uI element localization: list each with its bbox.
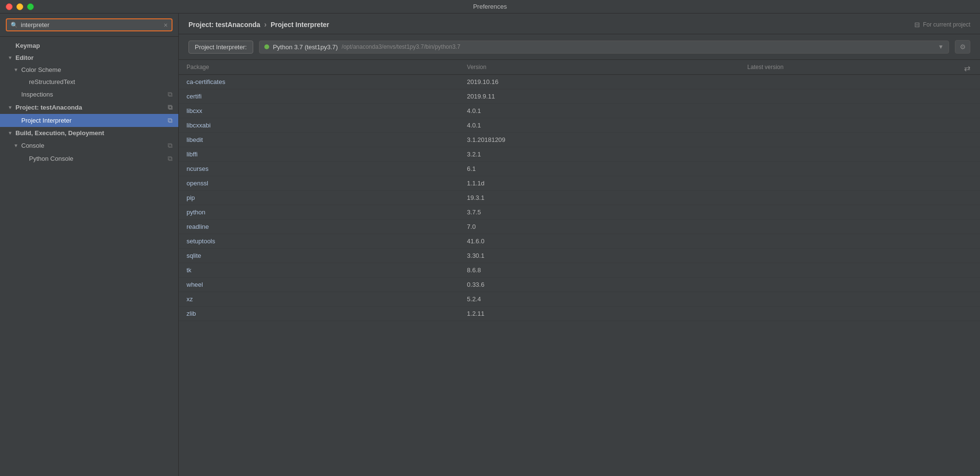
package-version-cell: 2019.9.11 xyxy=(459,89,739,104)
package-version-cell: 4.0.1 xyxy=(459,104,739,118)
tree-arrow: ▼ xyxy=(8,130,14,136)
breadcrumb-project: Project: testAnaconda xyxy=(188,21,260,28)
sidebar-item-keymap[interactable]: Keymap xyxy=(0,40,178,52)
sidebar-item-badge: ⧉ xyxy=(168,90,173,98)
interpreter-name: Python 3.7 (test1py3.7) xyxy=(273,43,338,51)
package-version-cell: 3.2.1 xyxy=(459,147,739,162)
packages-container: Package Version Latest version ⇄ ca-cert… xyxy=(179,60,980,476)
packages-data-table: ca-certificates2019.10.16certifi2019.9.1… xyxy=(179,75,980,321)
package-latest-cell xyxy=(740,104,980,118)
package-latest-cell xyxy=(740,118,980,133)
window-title: Preferences xyxy=(473,3,507,10)
package-name-cell: ncurses xyxy=(179,162,459,176)
project-file-icon: ⊟ xyxy=(914,21,920,28)
package-name-cell: python xyxy=(179,205,459,220)
package-latest-cell xyxy=(740,292,980,307)
package-latest-cell xyxy=(740,176,980,191)
interpreter-path: /opt/anaconda3/envs/test1py3.7/bin/pytho… xyxy=(342,43,461,50)
table-row: zlib1.2.11 xyxy=(179,307,980,321)
interpreter-settings-button[interactable]: ⚙ xyxy=(955,40,970,54)
package-version-cell: 1.2.11 xyxy=(459,307,739,321)
sidebar-item-badge: ⧉ xyxy=(168,154,173,163)
tree-arrow: ▼ xyxy=(14,67,19,72)
package-version-cell: 19.3.1 xyxy=(459,191,739,205)
package-version-cell: 5.2.4 xyxy=(459,292,739,307)
table-row: tk8.6.8 xyxy=(179,263,980,278)
package-name-cell: pip xyxy=(179,191,459,205)
table-scroll[interactable]: ca-certificates2019.10.16certifi2019.9.1… xyxy=(179,75,980,476)
title-bar: Preferences xyxy=(0,0,980,14)
search-input[interactable] xyxy=(21,21,161,28)
table-row: libedit3.1.20181209 xyxy=(179,133,980,147)
for-current-project-label: For current project xyxy=(923,21,970,28)
package-name-cell: xz xyxy=(179,292,459,307)
package-latest-cell xyxy=(740,249,980,263)
sidebar-item-label: Python Console xyxy=(29,155,166,162)
package-latest-cell xyxy=(740,89,980,104)
search-icon: 🔍 xyxy=(11,22,18,28)
sidebar-item-restructuredtext[interactable]: reStructuredText xyxy=(0,76,178,88)
package-latest-cell xyxy=(740,307,980,321)
breadcrumb-separator: › xyxy=(264,20,267,29)
sidebar-item-inspections[interactable]: Inspections ⧉ xyxy=(0,88,178,101)
zoom-button[interactable] xyxy=(27,3,34,10)
package-version-cell: 3.30.1 xyxy=(459,249,739,263)
sidebar-item-badge: ⧉ xyxy=(168,116,173,125)
package-latest-cell xyxy=(740,75,980,89)
sidebar-item-project-interpreter[interactable]: Project Interpreter ⧉ xyxy=(0,114,178,127)
close-button[interactable] xyxy=(6,3,13,10)
content-header: Project: testAnaconda › Project Interpre… xyxy=(179,14,980,34)
table-row: libcxx4.0.1 xyxy=(179,104,980,118)
table-row: openssl1.1.1d xyxy=(179,176,980,191)
table-row: readline7.0 xyxy=(179,220,980,234)
table-row: xz5.2.4 xyxy=(179,292,980,307)
package-name-cell: zlib xyxy=(179,307,459,321)
package-latest-cell xyxy=(740,133,980,147)
interpreter-label: Project Interpreter: xyxy=(188,41,253,54)
table-row: python3.7.5 xyxy=(179,205,980,220)
table-row: libffi3.2.1 xyxy=(179,147,980,162)
sidebar-item-python-console[interactable]: Python Console ⧉ xyxy=(0,152,178,165)
interpreter-bar: Project Interpreter: Python 3.7 (test1py… xyxy=(179,34,980,60)
package-version-cell: 41.6.0 xyxy=(459,234,739,249)
search-clear-button[interactable]: × xyxy=(164,22,168,28)
col-version: Version xyxy=(459,60,739,75)
package-version-cell: 4.0.1 xyxy=(459,118,739,133)
content-area: Project: testAnaconda › Project Interpre… xyxy=(179,14,980,476)
sidebar-item-project[interactable]: ▼ Project: testAnaconda ⧉ xyxy=(0,101,178,114)
sidebar-item-label: Editor xyxy=(15,54,173,61)
package-latest-cell xyxy=(740,191,980,205)
package-name-cell: libcxx xyxy=(179,104,459,118)
tree-arrow: ▼ xyxy=(14,143,19,148)
table-row: libcxxabi4.0.1 xyxy=(179,118,980,133)
packages-corner-icon[interactable]: ⇄ xyxy=(964,64,970,73)
package-name-cell: certifi xyxy=(179,89,459,104)
search-box: 🔍 × xyxy=(6,18,173,31)
chevron-down-icon: ▼ xyxy=(938,43,944,50)
package-latest-cell xyxy=(740,205,980,220)
sidebar-item-color-scheme[interactable]: ▼ Color Scheme xyxy=(0,64,178,76)
package-version-cell: 2019.10.16 xyxy=(459,75,739,89)
package-version-cell: 1.1.1d xyxy=(459,176,739,191)
interpreter-dropdown[interactable]: Python 3.7 (test1py3.7) /opt/anaconda3/e… xyxy=(259,41,949,54)
package-name-cell: libffi xyxy=(179,147,459,162)
gear-icon: ⚙ xyxy=(960,43,966,51)
sidebar-item-console[interactable]: ▼ Console ⧉ xyxy=(0,139,178,152)
for-current-project: ⊟ For current project xyxy=(914,21,970,28)
sidebar-item-badge: ⧉ xyxy=(168,141,173,150)
sidebar-tree: Keymap ▼ Editor ▼ Color Scheme reStructu… xyxy=(0,37,178,476)
sidebar-item-label: Color Scheme xyxy=(21,66,173,73)
table-row: ncurses6.1 xyxy=(179,162,980,176)
package-name-cell: libcxxabi xyxy=(179,118,459,133)
minimize-button[interactable] xyxy=(16,3,23,10)
tree-arrow: ▼ xyxy=(8,55,14,60)
sidebar-item-editor[interactable]: ▼ Editor xyxy=(0,52,178,64)
package-version-cell: 3.1.20181209 xyxy=(459,133,739,147)
package-version-cell: 8.6.8 xyxy=(459,263,739,278)
package-version-cell: 3.7.5 xyxy=(459,205,739,220)
sidebar-item-label: Keymap xyxy=(15,42,173,49)
breadcrumb: Project: testAnaconda › Project Interpre… xyxy=(188,20,329,29)
package-latest-cell xyxy=(740,234,980,249)
sidebar-item-build-execution[interactable]: ▼ Build, Execution, Deployment xyxy=(0,127,178,139)
sidebar-item-label: Console xyxy=(21,142,166,149)
